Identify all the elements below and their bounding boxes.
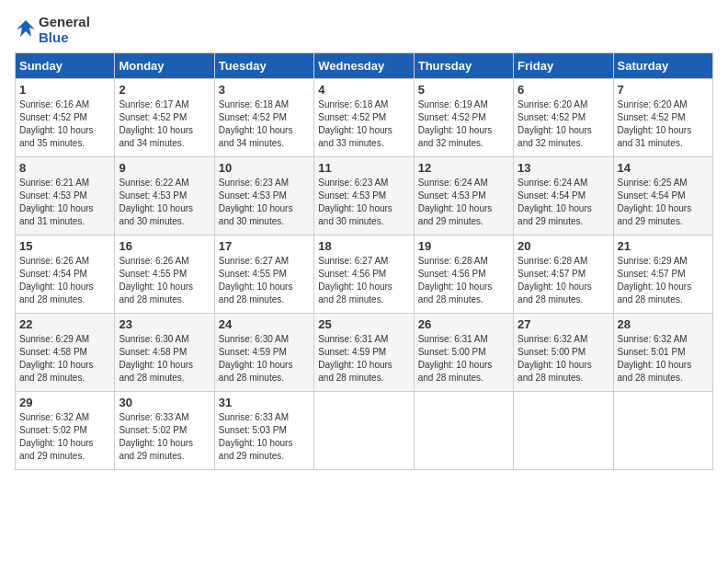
logo: General Blue [15, 15, 90, 45]
day-number: 2 [119, 83, 210, 97]
day-info: Sunrise: 6:31 AM Sunset: 4:59 PM Dayligh… [318, 333, 409, 385]
calendar-day-cell: 26 Sunrise: 6:31 AM Sunset: 5:00 PM Dayl… [414, 314, 513, 392]
calendar-day-cell: 1 Sunrise: 6:16 AM Sunset: 4:52 PM Dayli… [16, 79, 115, 157]
calendar-day-cell: 31 Sunrise: 6:33 AM Sunset: 5:03 PM Dayl… [214, 392, 313, 470]
calendar-day-cell [414, 392, 513, 470]
weekday-header: Sunday [16, 53, 115, 79]
day-info: Sunrise: 6:28 AM Sunset: 4:57 PM Dayligh… [518, 255, 609, 306]
weekday-header: Tuesday [214, 53, 313, 79]
day-number: 29 [19, 396, 110, 409]
calendar-day-cell: 2 Sunrise: 6:17 AM Sunset: 4:52 PM Dayli… [115, 79, 214, 157]
day-number: 26 [418, 317, 509, 331]
day-info: Sunrise: 6:33 AM Sunset: 5:03 PM Dayligh… [219, 411, 310, 463]
day-info: Sunrise: 6:27 AM Sunset: 4:55 PM Dayligh… [219, 255, 310, 306]
day-info: Sunrise: 6:25 AM Sunset: 4:54 PM Dayligh… [618, 177, 709, 228]
day-info: Sunrise: 6:19 AM Sunset: 4:52 PM Dayligh… [418, 98, 509, 150]
logo-container: General Blue [15, 15, 90, 45]
day-number: 16 [119, 239, 210, 253]
calendar-day-cell: 27 Sunrise: 6:32 AM Sunset: 5:00 PM Dayl… [514, 314, 613, 392]
day-info: Sunrise: 6:29 AM Sunset: 4:57 PM Dayligh… [618, 255, 709, 306]
day-info: Sunrise: 6:21 AM Sunset: 4:53 PM Dayligh… [19, 177, 110, 228]
day-info: Sunrise: 6:30 AM Sunset: 4:58 PM Dayligh… [119, 333, 210, 385]
day-number: 13 [518, 161, 609, 175]
calendar-day-cell: 30 Sunrise: 6:33 AM Sunset: 5:02 PM Dayl… [115, 392, 214, 470]
day-info: Sunrise: 6:20 AM Sunset: 4:52 PM Dayligh… [618, 98, 709, 150]
calendar-day-cell: 5 Sunrise: 6:19 AM Sunset: 4:52 PM Dayli… [414, 79, 513, 157]
day-number: 17 [219, 239, 310, 253]
calendar-day-cell: 15 Sunrise: 6:26 AM Sunset: 4:54 PM Dayl… [16, 236, 115, 314]
calendar-day-cell: 6 Sunrise: 6:20 AM Sunset: 4:52 PM Dayli… [514, 79, 613, 157]
day-info: Sunrise: 6:31 AM Sunset: 5:00 PM Dayligh… [418, 333, 509, 385]
calendar-day-cell: 9 Sunrise: 6:22 AM Sunset: 4:53 PM Dayli… [115, 157, 214, 236]
day-number: 12 [418, 161, 509, 175]
calendar-day-cell: 20 Sunrise: 6:28 AM Sunset: 4:57 PM Dayl… [514, 236, 613, 314]
day-number: 14 [618, 161, 709, 175]
day-number: 27 [518, 317, 609, 331]
calendar-day-cell: 16 Sunrise: 6:26 AM Sunset: 4:55 PM Dayl… [115, 236, 214, 314]
calendar-day-cell: 25 Sunrise: 6:31 AM Sunset: 4:59 PM Dayl… [314, 314, 414, 392]
calendar-week-row: 8 Sunrise: 6:21 AM Sunset: 4:53 PM Dayli… [16, 157, 713, 236]
day-number: 3 [219, 83, 310, 97]
calendar-day-cell: 23 Sunrise: 6:30 AM Sunset: 4:58 PM Dayl… [115, 314, 214, 392]
day-info: Sunrise: 6:26 AM Sunset: 4:55 PM Dayligh… [119, 255, 210, 306]
day-number: 1 [19, 83, 110, 97]
calendar-week-row: 22 Sunrise: 6:29 AM Sunset: 4:58 PM Dayl… [16, 314, 713, 392]
day-number: 22 [19, 317, 110, 331]
day-info: Sunrise: 6:22 AM Sunset: 4:53 PM Dayligh… [119, 177, 210, 228]
day-number: 18 [318, 239, 409, 253]
calendar-day-cell: 3 Sunrise: 6:18 AM Sunset: 4:52 PM Dayli… [214, 79, 313, 157]
calendar-day-cell: 4 Sunrise: 6:18 AM Sunset: 4:52 PM Dayli… [314, 79, 414, 157]
day-number: 5 [418, 83, 509, 97]
day-number: 4 [318, 83, 409, 97]
weekday-header: Monday [115, 53, 214, 79]
calendar-day-cell: 28 Sunrise: 6:32 AM Sunset: 5:01 PM Dayl… [613, 314, 712, 392]
day-number: 23 [119, 317, 210, 331]
calendar-day-cell: 24 Sunrise: 6:30 AM Sunset: 4:59 PM Dayl… [214, 314, 313, 392]
day-info: Sunrise: 6:16 AM Sunset: 4:52 PM Dayligh… [19, 98, 110, 150]
calendar-header-row: SundayMondayTuesdayWednesdayThursdayFrid… [16, 53, 713, 79]
day-info: Sunrise: 6:24 AM Sunset: 4:54 PM Dayligh… [518, 177, 609, 228]
day-number: 20 [518, 239, 609, 253]
day-number: 30 [119, 396, 210, 409]
day-info: Sunrise: 6:20 AM Sunset: 4:52 PM Dayligh… [518, 98, 609, 150]
calendar-day-cell: 19 Sunrise: 6:28 AM Sunset: 4:56 PM Dayl… [414, 236, 513, 314]
calendar-table: SundayMondayTuesdayWednesdayThursdayFrid… [15, 52, 713, 470]
weekday-header: Wednesday [314, 53, 414, 79]
calendar-day-cell: 17 Sunrise: 6:27 AM Sunset: 4:55 PM Dayl… [214, 236, 313, 314]
calendar-day-cell [613, 392, 712, 470]
calendar-day-cell: 29 Sunrise: 6:32 AM Sunset: 5:02 PM Dayl… [16, 392, 115, 470]
day-number: 10 [219, 161, 310, 175]
day-info: Sunrise: 6:23 AM Sunset: 4:53 PM Dayligh… [318, 177, 409, 228]
day-number: 24 [219, 317, 310, 331]
logo-bird-icon [15, 17, 37, 44]
day-info: Sunrise: 6:32 AM Sunset: 5:00 PM Dayligh… [518, 333, 609, 385]
logo-line1: General [39, 15, 90, 30]
calendar-week-row: 15 Sunrise: 6:26 AM Sunset: 4:54 PM Dayl… [16, 236, 713, 314]
calendar-day-cell: 21 Sunrise: 6:29 AM Sunset: 4:57 PM Dayl… [613, 236, 712, 314]
day-info: Sunrise: 6:27 AM Sunset: 4:56 PM Dayligh… [318, 255, 409, 306]
calendar-day-cell: 7 Sunrise: 6:20 AM Sunset: 4:52 PM Dayli… [613, 79, 712, 157]
day-info: Sunrise: 6:33 AM Sunset: 5:02 PM Dayligh… [119, 411, 210, 463]
day-number: 28 [618, 317, 709, 331]
calendar-day-cell: 10 Sunrise: 6:23 AM Sunset: 4:53 PM Dayl… [214, 157, 313, 236]
calendar-day-cell: 22 Sunrise: 6:29 AM Sunset: 4:58 PM Dayl… [16, 314, 115, 392]
day-number: 8 [19, 161, 110, 175]
calendar-day-cell: 8 Sunrise: 6:21 AM Sunset: 4:53 PM Dayli… [16, 157, 115, 236]
day-info: Sunrise: 6:17 AM Sunset: 4:52 PM Dayligh… [119, 98, 210, 150]
day-number: 19 [418, 239, 509, 253]
calendar-day-cell: 13 Sunrise: 6:24 AM Sunset: 4:54 PM Dayl… [514, 157, 613, 236]
day-number: 21 [618, 239, 709, 253]
day-info: Sunrise: 6:32 AM Sunset: 5:01 PM Dayligh… [618, 333, 709, 385]
day-info: Sunrise: 6:26 AM Sunset: 4:54 PM Dayligh… [19, 255, 110, 306]
calendar-day-cell: 12 Sunrise: 6:24 AM Sunset: 4:53 PM Dayl… [414, 157, 513, 236]
day-info: Sunrise: 6:18 AM Sunset: 4:52 PM Dayligh… [219, 98, 310, 150]
day-info: Sunrise: 6:18 AM Sunset: 4:52 PM Dayligh… [318, 98, 409, 150]
calendar-week-row: 1 Sunrise: 6:16 AM Sunset: 4:52 PM Dayli… [16, 79, 713, 157]
logo-line2: Blue [39, 30, 90, 46]
day-number: 11 [318, 161, 409, 175]
calendar-day-cell [314, 392, 414, 470]
day-info: Sunrise: 6:23 AM Sunset: 4:53 PM Dayligh… [219, 177, 310, 228]
weekday-header: Friday [514, 53, 613, 79]
weekday-header: Saturday [613, 53, 712, 79]
calendar-day-cell: 14 Sunrise: 6:25 AM Sunset: 4:54 PM Dayl… [613, 157, 712, 236]
